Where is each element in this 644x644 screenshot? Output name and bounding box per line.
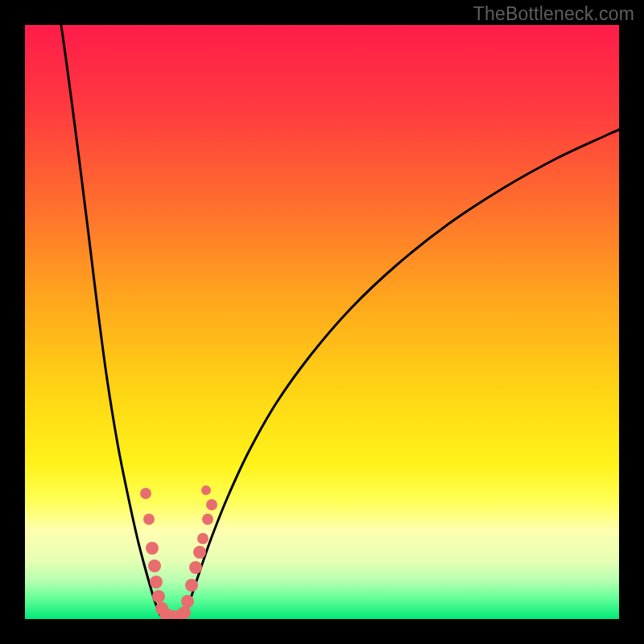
data-dot <box>189 561 202 574</box>
plot-area <box>25 25 619 619</box>
data-dot <box>148 559 161 572</box>
scatter-dots <box>140 485 217 619</box>
data-dot <box>146 542 159 555</box>
data-dot <box>150 576 163 588</box>
curves-layer <box>25 25 619 619</box>
left-curve <box>61 25 163 618</box>
data-dot <box>140 488 151 499</box>
data-dot <box>152 590 165 603</box>
data-dot <box>202 514 213 525</box>
watermark-text: TheBottleneck.com <box>473 3 634 25</box>
chart-frame: TheBottleneck.com <box>0 0 644 644</box>
data-dot <box>185 579 198 592</box>
data-dot <box>181 595 194 608</box>
data-dot <box>178 606 191 619</box>
data-dot <box>206 499 217 510</box>
data-dot <box>201 485 211 495</box>
data-dot <box>143 514 155 525</box>
data-dot <box>197 533 208 544</box>
data-dot <box>193 546 206 559</box>
right-curve <box>183 130 619 618</box>
